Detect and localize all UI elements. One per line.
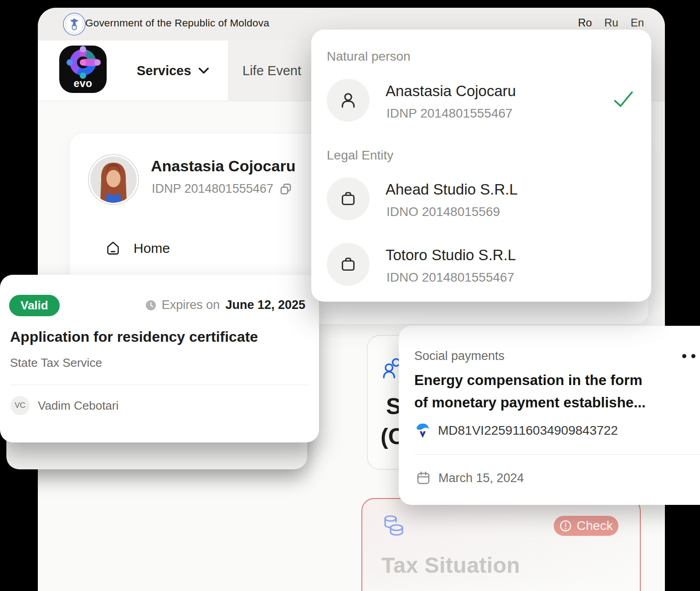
account-option-legal-entity[interactable]: Totoro Studio S.R.L IDNO 2014801555467 — [327, 243, 641, 286]
gov-header-title: Government of the Republic of Moldova — [85, 17, 269, 29]
owner-name: Vadim Cebotari — [38, 399, 118, 413]
tax-situation-title: Tax Situation — [381, 553, 520, 578]
evo-dot-lavender — [94, 59, 101, 66]
expiry-row: Expires on June 12, 2025 — [145, 298, 305, 312]
person-icon — [327, 79, 370, 122]
home-icon — [104, 239, 122, 257]
language-ro[interactable]: Ro — [578, 16, 592, 31]
bank-logo-icon — [415, 422, 430, 438]
account-name: Anastasia Cojocaru — [386, 82, 516, 100]
natural-person-heading: Natural person — [327, 49, 411, 64]
legal-entity-heading: Legal Entity — [327, 148, 393, 163]
coins-icon — [381, 514, 407, 541]
expires-label: Expires on — [162, 298, 220, 312]
certificate-title: Application for residency certificate — [10, 329, 258, 345]
social-payment-card[interactable]: Social payments Energy compensation in t… — [399, 326, 700, 505]
account-name: Ahead Studio S.R.L — [386, 181, 518, 198]
account-option-legal-entity[interactable]: Ahead Studio S.R.L IDNO 20148015569 — [327, 177, 641, 220]
owner-initials-avatar: VC — [10, 396, 30, 415]
moldova-coat-of-arms-icon — [62, 12, 86, 36]
payment-title: Energy compensation in the form of monet… — [414, 369, 646, 414]
clock-icon — [145, 300, 156, 311]
sidebar-item-home[interactable]: Home — [104, 239, 170, 257]
check-badge-label: Check — [576, 519, 612, 533]
certificate-card[interactable]: Valid Expires on June 12, 2025 Applicati… — [0, 275, 319, 442]
evo-wordmark: evo — [59, 77, 107, 90]
divider — [414, 454, 700, 455]
status-badge-valid: Valid — [9, 295, 60, 316]
divider — [10, 385, 309, 385]
briefcase-icon — [327, 243, 370, 286]
calendar-icon — [416, 471, 431, 485]
payment-title-line1: Energy compensation in the form — [414, 369, 646, 391]
payment-title-line2: of monetary payment establishe... — [414, 391, 646, 414]
profile-id: IDNP 2014801555467 — [152, 182, 273, 196]
profile-name: Anastasia Cojocaru — [151, 157, 295, 175]
account-switcher-popup: Natural person Anastasia Cojocaru IDNP 2… — [311, 30, 651, 302]
avatar — [88, 154, 139, 205]
profile-id-row: IDNP 2014801555467 — [152, 182, 293, 196]
evo-logo[interactable]: evo — [59, 46, 107, 93]
language-switcher: Ro Ru En — [578, 16, 644, 31]
account-id: IDNO 2014801555467 — [386, 270, 514, 285]
selected-check-icon — [613, 90, 634, 111]
language-en[interactable]: En — [631, 16, 644, 31]
evo-dot-left — [67, 59, 73, 66]
payment-iban: MD81VI2259116034909843722 — [438, 423, 618, 438]
account-id: IDNO 20148015569 — [386, 205, 500, 219]
certificate-issuer: State Tax Service — [10, 356, 102, 370]
check-badge[interactable]: Check — [554, 516, 618, 536]
tax-situation-card[interactable]: Check Tax Situation — [361, 498, 641, 591]
language-ru[interactable]: Ru — [604, 16, 618, 31]
home-label: Home — [134, 241, 170, 256]
chevron-down-icon — [198, 67, 209, 74]
payment-date: March 15, 2024 — [438, 471, 524, 485]
evo-dot-pink — [80, 59, 86, 66]
copy-icon[interactable] — [279, 182, 293, 196]
alert-icon — [559, 519, 572, 532]
payment-category: Social payments — [414, 349, 504, 363]
screen: Government of the Republic of Moldova Ro… — [0, 0, 700, 591]
account-name: Totoro Studio S.R.L — [386, 247, 516, 264]
briefcase-icon — [327, 177, 370, 220]
services-label: Services — [137, 63, 191, 78]
account-id: IDNP 2014801555467 — [386, 106, 513, 121]
certificate-owner-row: VC Vadim Cebotari — [10, 396, 118, 415]
evo-dot-top — [80, 46, 86, 52]
nav-item-services[interactable]: Services — [137, 41, 209, 101]
expires-date: June 12, 2025 — [225, 298, 305, 312]
nav-item-life-events[interactable]: Life Event — [242, 41, 301, 101]
iban-row: MD81VI2259116034909843722 — [415, 422, 618, 438]
payment-date-row: March 15, 2024 — [416, 471, 524, 485]
account-option-natural-person[interactable]: Anastasia Cojocaru IDNP 2014801555467 — [327, 79, 641, 122]
more-options-icon[interactable] — [682, 354, 700, 358]
